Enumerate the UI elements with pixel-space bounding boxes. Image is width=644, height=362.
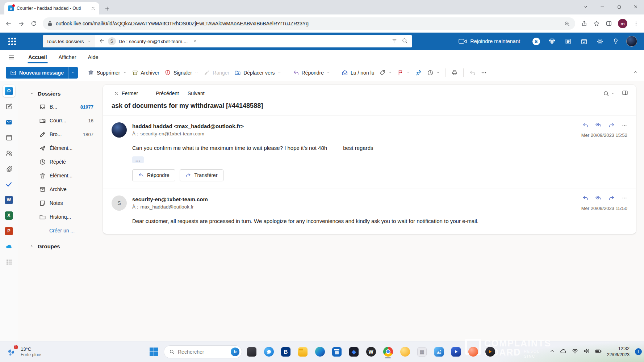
side-panel-icon[interactable] xyxy=(606,20,612,27)
zoom-control[interactable] xyxy=(603,90,615,97)
move-to-button[interactable]: Déplacer vers xyxy=(232,67,284,79)
tab-accueil[interactable]: Accueil xyxy=(22,50,53,64)
refresh-button[interactable] xyxy=(30,20,37,27)
taskbar-app-chat-icon[interactable] xyxy=(262,345,276,359)
close-button[interactable] xyxy=(627,0,644,14)
print-button[interactable] xyxy=(449,67,460,79)
minimize-button[interactable] xyxy=(594,0,611,14)
maximize-button[interactable] xyxy=(611,0,627,14)
account-avatar[interactable] xyxy=(624,34,640,49)
reading-pane-layout-icon[interactable] xyxy=(622,90,628,97)
forward-icon[interactable] xyxy=(609,195,615,203)
new-tab-button[interactable] xyxy=(104,6,110,12)
tab-afficher[interactable]: Afficher xyxy=(53,50,82,64)
groups-section-header[interactable]: Groupes xyxy=(20,240,99,253)
reply-all-icon[interactable] xyxy=(595,195,602,203)
archive-button[interactable]: Archiver xyxy=(129,67,162,79)
read-unread-button[interactable]: Lu / non lu xyxy=(339,67,377,79)
people-icon[interactable] xyxy=(3,147,15,159)
taskbar-app-chrome-icon[interactable] xyxy=(381,345,395,359)
taskbar-app-edge-icon[interactable] xyxy=(313,345,327,359)
settings-gear-icon[interactable] xyxy=(592,34,608,49)
next-button[interactable]: Suivant xyxy=(185,89,208,98)
notes-feed-icon[interactable] xyxy=(560,34,576,49)
search-icon[interactable] xyxy=(402,38,408,45)
previous-button[interactable]: Précédent xyxy=(153,89,182,98)
search-back-icon[interactable] xyxy=(99,38,105,45)
bookmark-star-icon[interactable] xyxy=(593,20,600,27)
pin-button[interactable] xyxy=(413,67,425,79)
taskbar-app-photos-icon[interactable] xyxy=(432,345,446,359)
todo-icon[interactable] xyxy=(576,34,592,49)
join-now-button[interactable]: Rejoindre maintenant xyxy=(454,38,524,44)
folder-notes[interactable]: Notes xyxy=(20,196,99,210)
collapse-ribbon-icon[interactable] xyxy=(633,70,638,76)
tray-chevron-icon[interactable] xyxy=(549,348,555,355)
browser-tab[interactable]: o Courrier - haddad haddad - Outl xyxy=(4,2,99,14)
sweep-button[interactable]: Ranger xyxy=(201,67,232,79)
tips-lightbulb-icon[interactable] xyxy=(608,34,624,49)
navigation-hamburger-icon[interactable] xyxy=(5,54,17,61)
tab-search-chevron-icon[interactable] xyxy=(577,0,594,14)
taskbar-app-b-icon[interactable]: B xyxy=(279,345,293,359)
weather-widget[interactable]: 1 13°C Forte pluie xyxy=(3,341,45,362)
taskbar-app-microsoft-store-icon[interactable] xyxy=(330,345,344,359)
reply-all-icon[interactable] xyxy=(595,122,602,130)
create-folder-link[interactable]: Créer un ... xyxy=(20,224,99,237)
powerpoint-icon[interactable]: P xyxy=(3,225,15,237)
new-message-chevron[interactable] xyxy=(68,67,78,79)
categorize-button[interactable] xyxy=(377,67,395,79)
taskbar-app-file-explorer-icon[interactable] xyxy=(296,345,310,359)
taskbar-app-dropbox-icon[interactable]: ◆ xyxy=(347,345,361,359)
skype-icon[interactable]: S xyxy=(528,34,544,49)
notification-count-badge[interactable]: 1 xyxy=(635,348,642,355)
reply-icon[interactable] xyxy=(582,195,589,203)
taskbar-app-w-icon[interactable]: W xyxy=(364,345,378,359)
folder-deleted[interactable]: Élément... xyxy=(20,169,99,182)
sender-avatar[interactable]: S xyxy=(112,195,127,211)
taskbar-app-window-icon[interactable] xyxy=(244,345,259,359)
folder-snoozed[interactable]: Répété xyxy=(20,155,99,169)
app-launcher-icon[interactable] xyxy=(7,37,17,46)
back-button[interactable] xyxy=(5,20,12,27)
more-apps-icon[interactable] xyxy=(3,256,15,268)
taskbar-clock[interactable]: 12:32 22/09/2023 xyxy=(607,346,630,358)
todo-icon[interactable] xyxy=(3,178,15,190)
excel-icon[interactable]: X xyxy=(3,209,15,222)
calendar-icon[interactable] xyxy=(3,131,15,144)
report-button[interactable]: Signaler xyxy=(162,67,201,79)
reply-button[interactable]: Répondre xyxy=(290,67,333,79)
folders-section-header[interactable]: Dossiers xyxy=(20,87,99,100)
outlook-icon[interactable]: O xyxy=(3,85,15,97)
flag-button[interactable] xyxy=(395,67,413,79)
premium-diamond-icon[interactable] xyxy=(544,34,560,49)
taskbar-app-gray-icon[interactable]: ▦ xyxy=(415,345,429,359)
compose-icon[interactable] xyxy=(3,100,15,113)
show-trimmed-content-button[interactable]: ... xyxy=(132,156,144,163)
close-message-button[interactable]: Fermer xyxy=(111,89,141,98)
taskbar-app-media-player-icon[interactable] xyxy=(483,345,497,359)
share-icon[interactable] xyxy=(581,20,587,27)
recipient-address[interactable]: security-en@1xbet-team.com xyxy=(141,131,205,136)
folder-sent[interactable]: Élément... xyxy=(20,141,99,155)
folder-archive[interactable]: Archive xyxy=(20,182,99,196)
clear-search-icon[interactable] xyxy=(193,38,197,44)
taskbar-app-orange-icon[interactable] xyxy=(466,345,480,359)
forward-button[interactable]: Transférer xyxy=(180,169,223,181)
onedrive-icon[interactable] xyxy=(3,240,15,253)
wifi-icon[interactable] xyxy=(572,348,578,356)
folder-inbox[interactable]: B... 81977 xyxy=(20,100,99,114)
reply-icon[interactable] xyxy=(582,122,589,130)
address-bar[interactable]: outlook.live.com/mail/0/id/AQQkADAwATYwM… xyxy=(43,17,575,30)
taskbar-search[interactable]: b xyxy=(164,345,242,358)
message-more-icon[interactable] xyxy=(622,195,627,202)
folder-history[interactable]: Historiq... xyxy=(20,210,99,224)
taskbar-app-yellow-icon[interactable] xyxy=(398,345,412,359)
forward-button[interactable] xyxy=(18,20,25,27)
reply-button[interactable]: Répondre xyxy=(132,169,175,181)
speaker-icon[interactable] xyxy=(583,348,590,356)
folder-junk[interactable]: Courr... 16 xyxy=(20,114,99,127)
search-scope-dropdown[interactable]: Tous les dossiers xyxy=(43,35,95,47)
filter-icon[interactable] xyxy=(392,38,397,45)
message-more-icon[interactable] xyxy=(622,122,627,130)
